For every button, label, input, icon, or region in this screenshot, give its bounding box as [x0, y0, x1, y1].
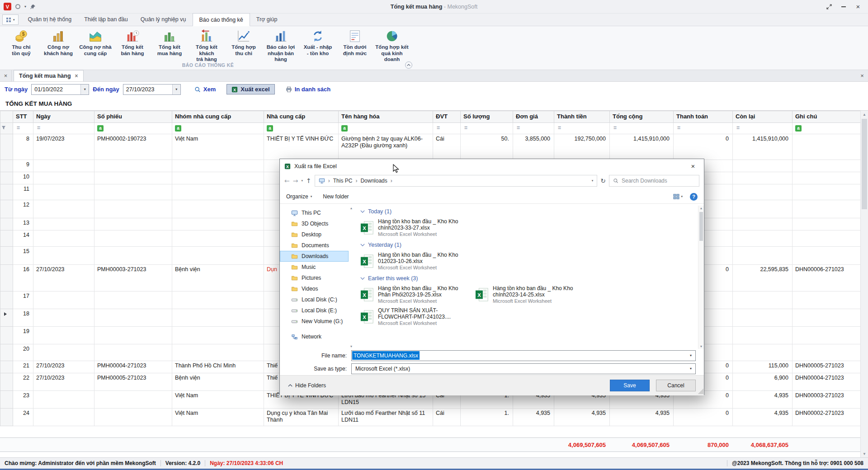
scroll-thumb[interactable]: [862, 119, 867, 209]
scroll-up-icon[interactable]: ▲: [698, 207, 704, 210]
nav-item-network[interactable]: Network: [280, 331, 349, 342]
filter-cell-con-lai[interactable]: =: [733, 123, 793, 134]
history-dropdown-icon[interactable]: ▾: [301, 179, 303, 183]
filter-text-icon[interactable]: a: [97, 125, 104, 132]
pin-icon[interactable]: [30, 4, 36, 9]
save-type-select[interactable]: Microsoft Excel (*.xlsx) ▾: [351, 363, 696, 374]
record-circle-icon[interactable]: [15, 4, 20, 9]
refresh-button[interactable]: ↻: [600, 177, 606, 184]
scroll-down-icon[interactable]: ▼: [698, 345, 704, 348]
from-date-input[interactable]: 01/10/2022 ▾: [31, 84, 89, 95]
file-item[interactable]: XHàng tồn kho ban đầu _ Kho Kho chính202…: [475, 284, 590, 305]
nav-item-pictures[interactable]: Pictures: [280, 273, 349, 283]
ribbon-tab-thi-t-l-p-ban-u[interactable]: Thiết lập ban đầu: [78, 13, 134, 26]
scroll-up-icon[interactable]: ▲: [349, 207, 354, 210]
group-header-yesterday-1[interactable]: Yesterday (1): [360, 239, 695, 250]
chevron-down-icon[interactable]: ▾: [80, 85, 89, 94]
search-input[interactable]: Search Downloads: [609, 175, 699, 187]
close-tab-button[interactable]: ×: [0, 70, 12, 81]
dialog-titlebar[interactable]: X Xuất ra file Excel ×: [280, 159, 704, 173]
ribbon-item-9[interactable]: Xuất - nhập - tồn kho: [299, 28, 336, 63]
scroll-down-icon[interactable]: ▼: [861, 452, 868, 456]
ribbon-item-3[interactable]: Công nợ nhà cung cấp: [77, 28, 114, 63]
filter-cell-tong-cong[interactable]: =: [610, 123, 674, 134]
column-header-nhom[interactable]: Nhóm nhà cung cấp: [172, 111, 264, 123]
nav-item-local-disk-e[interactable]: Local Disk (E:): [280, 305, 349, 316]
nav-item-documents[interactable]: Documents: [280, 240, 349, 251]
column-header-stt[interactable]: STT: [13, 111, 33, 123]
ribbon-item-1[interactable]: $Thu chi tồn quỹ: [3, 28, 40, 63]
filter-equals-icon[interactable]: =: [516, 125, 521, 131]
filter-cell-nhom[interactable]: a: [172, 123, 264, 134]
scroll-up-icon[interactable]: ▲: [861, 113, 868, 117]
nav-item-music[interactable]: Music: [280, 262, 349, 273]
filter-text-icon[interactable]: a: [795, 125, 802, 132]
forward-button[interactable]: →: [293, 177, 298, 184]
ribbon-item-11[interactable]: Tổng hợp kết quả kinh doanh: [373, 28, 410, 63]
close-icon[interactable]: ×: [75, 73, 78, 79]
nav-item-videos[interactable]: Videos: [280, 283, 349, 294]
filter-equals-icon[interactable]: =: [557, 125, 562, 131]
breadcrumb[interactable]: › This PC › Downloads › ▾: [315, 175, 598, 187]
file-name-input[interactable]: TONGKETMUAHANG.xlsx ▾: [351, 350, 696, 361]
close-all-tabs-button[interactable]: ×: [856, 70, 868, 81]
vertical-scrollbar[interactable]: ▲ ▼: [860, 111, 868, 458]
filter-cell-thanh-tien[interactable]: =: [554, 123, 610, 134]
filter-cell-stt[interactable]: =: [13, 123, 33, 134]
table-row[interactable]: 819/07/2023PMH00002-190723Việt NamTHIẾT …: [0, 134, 861, 160]
ribbon-item-10[interactable]: Tồn dưới định mức: [336, 28, 373, 63]
fullscreen-button[interactable]: [823, 2, 835, 12]
filter-cell-ghi-chu[interactable]: a: [793, 123, 861, 134]
filter-cell-ngay[interactable]: =: [33, 123, 94, 134]
group-header-earlier-this-week-3[interactable]: Earlier this week (3): [360, 273, 695, 284]
column-header-so-phieu[interactable]: Số phiếu: [94, 111, 172, 123]
column-header-dvt[interactable]: ĐVT: [433, 111, 461, 123]
filter-cell-so-phieu[interactable]: a: [94, 123, 172, 134]
back-button[interactable]: ←: [284, 177, 290, 184]
to-date-input[interactable]: 27/10/2023 ▾: [123, 84, 181, 95]
ribbon-item-7[interactable]: Tổng hợp thu chi: [225, 28, 262, 63]
ribbon-collapse-button[interactable]: [405, 61, 412, 69]
column-header-ghi-chu[interactable]: Ghi chú: [793, 111, 861, 123]
filter-text-icon[interactable]: a: [267, 125, 273, 132]
ribbon-tab-qu-n-l-nghi-p-v[interactable]: Quản lý nghiệp vụ: [134, 13, 193, 26]
nav-item-desktop[interactable]: Desktop: [280, 229, 349, 240]
scroll-down-icon[interactable]: ▼: [349, 345, 354, 348]
folder-tree-scrollbar[interactable]: ▲ ▼: [349, 206, 354, 349]
nav-item-downloads[interactable]: Downloads: [280, 251, 349, 262]
file-item[interactable]: XHàng tồn kho ban đầu _ Kho Kho Phân Phố…: [360, 284, 475, 305]
filter-cell-ncc[interactable]: a: [264, 123, 339, 134]
column-header-tong-cong[interactable]: Tổng cộng: [610, 111, 674, 123]
dialog-close-button[interactable]: ×: [683, 159, 703, 173]
nav-item-local-disk-c[interactable]: Local Disk (C:): [280, 294, 349, 305]
column-header-ncc[interactable]: Nhà cung cấp: [264, 111, 339, 123]
group-header-today-1[interactable]: Today (1): [360, 206, 695, 217]
column-header-don-gia[interactable]: Đơn giá: [513, 111, 554, 123]
ribbon-item-4[interactable]: Tổng kết bán hàng: [114, 28, 151, 63]
file-item[interactable]: XHàng tồn kho ban đầu _ Kho Kho chính202…: [360, 217, 475, 238]
cancel-button[interactable]: Cancel: [656, 380, 696, 391]
chevron-down-icon[interactable]: ▾: [24, 5, 26, 9]
view-mode-button[interactable]: ▾: [673, 193, 683, 200]
scroll-thumb[interactable]: [699, 212, 703, 241]
filter-equals-icon[interactable]: =: [676, 125, 681, 131]
hide-folders-button[interactable]: Hide Folders: [288, 382, 326, 389]
column-header-ngay[interactable]: Ngày: [33, 111, 94, 123]
view-button[interactable]: Xem: [190, 85, 220, 94]
chevron-down-icon[interactable]: ▾: [686, 353, 695, 357]
breadcrumb-downloads[interactable]: Downloads: [360, 178, 387, 184]
new-folder-button[interactable]: New folder: [323, 193, 349, 200]
filter-equals-icon[interactable]: =: [463, 125, 468, 131]
save-button[interactable]: Save: [610, 380, 650, 391]
ribbon-item-8[interactable]: Báo cáo lợi nhuận bán hàng: [262, 28, 299, 63]
filter-text-icon[interactable]: a: [175, 125, 181, 132]
chevron-down-icon[interactable]: ▾: [686, 367, 695, 371]
close-button[interactable]: ×: [852, 2, 864, 12]
table-row[interactable]: 24Việt NamDụng cụ y khoa Tân Mai ThànhLư…: [0, 409, 861, 426]
ribbon-item-6[interactable]: Tổng kết khách trả hàng: [188, 28, 225, 63]
resize-grip[interactable]: [697, 388, 703, 394]
filter-cell-dvt[interactable]: =: [433, 123, 461, 134]
filter-equals-icon[interactable]: =: [436, 125, 441, 131]
ribbon-item-5[interactable]: Tổng kết mua hàng: [151, 28, 188, 63]
file-item[interactable]: XQUY TRÌNH SẢN XUẤT-FLOWCHART-PMT-241023…: [360, 306, 475, 327]
